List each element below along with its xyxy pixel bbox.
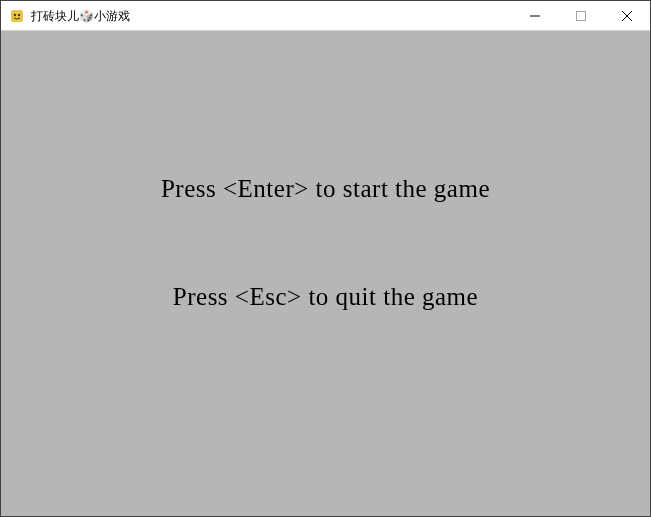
svg-point-2 xyxy=(18,13,20,15)
svg-rect-4 xyxy=(577,11,586,20)
window-titlebar: 打砖块儿🎲小游戏 xyxy=(1,1,650,31)
svg-rect-0 xyxy=(11,10,23,22)
window-controls xyxy=(512,1,650,30)
start-instruction-text: Press <Enter> to start the game xyxy=(1,175,650,203)
window-title: 打砖块儿🎲小游戏 xyxy=(31,1,512,31)
app-icon xyxy=(9,8,25,24)
svg-point-1 xyxy=(14,13,16,15)
maximize-button xyxy=(558,1,604,30)
game-start-screen[interactable]: Press <Enter> to start the game Press <E… xyxy=(1,31,650,516)
close-button[interactable] xyxy=(604,1,650,30)
quit-instruction-text: Press <Esc> to quit the game xyxy=(1,283,650,311)
minimize-button[interactable] xyxy=(512,1,558,30)
